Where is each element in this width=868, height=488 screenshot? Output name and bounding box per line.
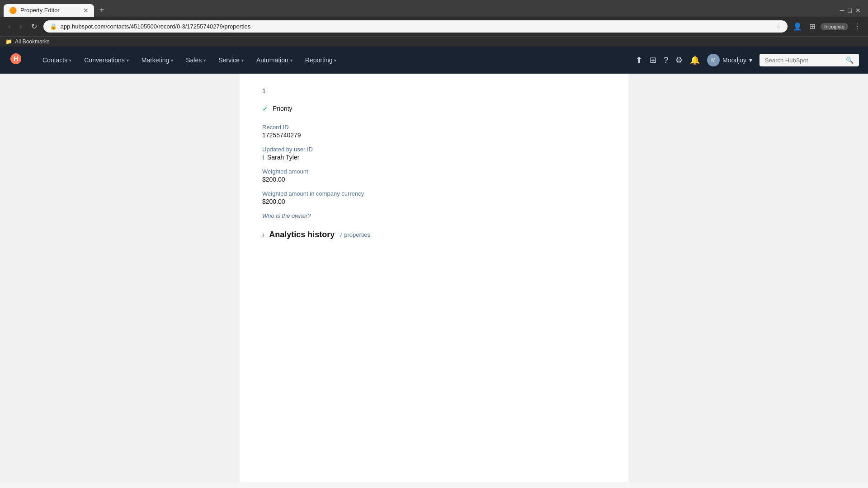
nav-right-icons: ⬆ ⊞ ? ⚙ 🔔 M Moodjoy ▾ <box>636 54 752 66</box>
grid-icon[interactable]: ⊞ <box>650 55 656 65</box>
updated-by-group: Updated by user ID ℹ Sarah Tyler <box>262 146 606 161</box>
content-area: 1 ✓ Priority Record ID 17255740279 Updat… <box>0 74 868 482</box>
tab-favicon: 🟠 <box>9 7 17 14</box>
priority-label: Priority <box>273 105 292 112</box>
nav-contacts-chevron: ▾ <box>69 58 71 63</box>
nav-reporting-label: Reporting <box>305 56 333 64</box>
nav-conversations-label: Conversations <box>84 56 125 64</box>
bookmark-star-icon[interactable]: ☆ <box>776 23 781 30</box>
user-chevron: ▾ <box>749 56 752 64</box>
property-number: 1 <box>262 87 606 94</box>
search-icon: 🔍 <box>846 56 854 64</box>
avatar-icon: M <box>707 54 720 66</box>
profile-icon[interactable]: 👤 <box>791 20 804 33</box>
lock-icon: 🔒 <box>50 23 57 30</box>
nav-conversations-chevron: ▾ <box>127 58 129 63</box>
properties-container: 1 ✓ Priority Record ID 17255740279 Updat… <box>240 74 628 482</box>
nav-service-chevron: ▾ <box>241 58 244 63</box>
priority-row: ✓ Priority <box>262 103 606 113</box>
nav-marketing[interactable]: Marketing ▾ <box>135 47 179 74</box>
nav-sales[interactable]: Sales ▾ <box>179 47 212 74</box>
nav-conversations[interactable]: Conversations ▾ <box>78 47 135 74</box>
forward-button[interactable]: › <box>17 21 24 33</box>
browser-chrome: 🟠 Property Editor ✕ + ─ □ ✕ ‹ › ↻ 🔒 app.… <box>0 0 868 47</box>
weighted-amount-currency-group: Weighted amount in company currency $200… <box>262 190 606 205</box>
analytics-section-header[interactable]: › Analytics history 7 properties <box>262 230 606 239</box>
bookmarks-bar: 📁 All Bookmarks <box>0 36 868 47</box>
svg-text:H: H <box>14 55 18 62</box>
upgrade-icon[interactable]: ⬆ <box>636 55 642 65</box>
search-bar[interactable]: 🔍 <box>760 54 859 66</box>
record-id-value: 17255740279 <box>262 131 606 139</box>
search-input[interactable] <box>765 57 842 64</box>
bookmarks-label: All Bookmarks <box>15 38 50 45</box>
nav-automation-chevron: ▾ <box>290 58 292 63</box>
settings-icon[interactable]: ⚙ <box>675 55 683 65</box>
browser-nav: ‹ › ↻ 🔒 app.hubspot.com/contacts/4510550… <box>0 17 868 36</box>
main-content: 1 ✓ Priority Record ID 17255740279 Updat… <box>0 74 868 482</box>
extensions-icon[interactable]: ⊞ <box>807 20 817 33</box>
reload-button[interactable]: ↻ <box>28 20 40 33</box>
back-button[interactable]: ‹ <box>5 21 13 33</box>
user-avatar[interactable]: M Moodjoy ▾ <box>707 54 752 66</box>
record-id-label: Record ID <box>262 124 606 131</box>
hubspot-navbar: H Contacts ▾ Conversations ▾ Marketing ▾… <box>0 47 868 74</box>
nav-marketing-chevron: ▾ <box>171 58 173 63</box>
user-name: Moodjoy <box>722 56 746 64</box>
nav-marketing-label: Marketing <box>142 56 169 64</box>
tab-bar: 🟠 Property Editor ✕ + ─ □ ✕ <box>0 0 868 17</box>
updated-by-name: Sarah Tyler <box>267 154 299 161</box>
nav-contacts[interactable]: Contacts ▾ <box>36 47 78 74</box>
analytics-section-count: 7 properties <box>339 231 370 238</box>
analytics-chevron-icon: › <box>262 231 264 239</box>
nav-sales-chevron: ▾ <box>203 58 206 63</box>
updated-by-label: Updated by user ID <box>262 146 606 153</box>
address-bar[interactable]: 🔒 app.hubspot.com/contacts/45105500/reco… <box>43 20 788 33</box>
priority-checkmark: ✓ <box>262 104 268 113</box>
active-tab[interactable]: 🟠 Property Editor ✕ <box>4 4 94 17</box>
bookmarks-folder-icon: 📁 <box>5 38 12 45</box>
who-owner-label: Who is the owner? <box>262 212 606 219</box>
weighted-amount-currency-label: Weighted amount in company currency <box>262 190 606 197</box>
browser-nav-icons: 👤 ⊞ Incognito ⋮ <box>791 20 863 33</box>
record-id-group: Record ID 17255740279 <box>262 124 606 139</box>
incognito-badge: Incognito <box>821 23 848 30</box>
nav-reporting-chevron: ▾ <box>334 58 336 63</box>
help-icon[interactable]: ? <box>664 56 668 65</box>
info-icon: ℹ <box>262 154 264 161</box>
weighted-amount-value: $200.00 <box>262 176 606 183</box>
tab-title: Property Editor <box>20 7 80 14</box>
updated-by-value: ℹ Sarah Tyler <box>262 154 606 161</box>
nav-service[interactable]: Service ▾ <box>212 47 250 74</box>
address-text: app.hubspot.com/contacts/45105500/record… <box>61 23 773 30</box>
more-options-icon[interactable]: ⋮ <box>852 20 863 33</box>
close-window-button[interactable]: ✕ <box>855 7 861 14</box>
new-tab-button[interactable]: + <box>96 4 108 17</box>
nav-service-label: Service <box>218 56 240 64</box>
hubspot-logo[interactable]: H <box>9 52 23 68</box>
minimize-button[interactable]: ─ <box>840 7 844 14</box>
weighted-amount-label: Weighted amount <box>262 168 606 175</box>
nav-automation-label: Automation <box>256 56 288 64</box>
nav-sales-label: Sales <box>186 56 202 64</box>
close-tab-button[interactable]: ✕ <box>83 7 89 14</box>
nav-contacts-label: Contacts <box>42 56 67 64</box>
analytics-section-title: Analytics history <box>269 230 335 239</box>
maximize-button[interactable]: □ <box>848 7 852 14</box>
main-navigation: Contacts ▾ Conversations ▾ Marketing ▾ S… <box>36 47 636 74</box>
weighted-amount-group: Weighted amount $200.00 <box>262 168 606 183</box>
weighted-amount-currency-value: $200.00 <box>262 198 606 205</box>
hubspot-app: H Contacts ▾ Conversations ▾ Marketing ▾… <box>0 47 868 482</box>
notifications-icon[interactable]: 🔔 <box>690 55 700 65</box>
nav-automation[interactable]: Automation ▾ <box>250 47 299 74</box>
nav-reporting[interactable]: Reporting ▾ <box>299 47 343 74</box>
